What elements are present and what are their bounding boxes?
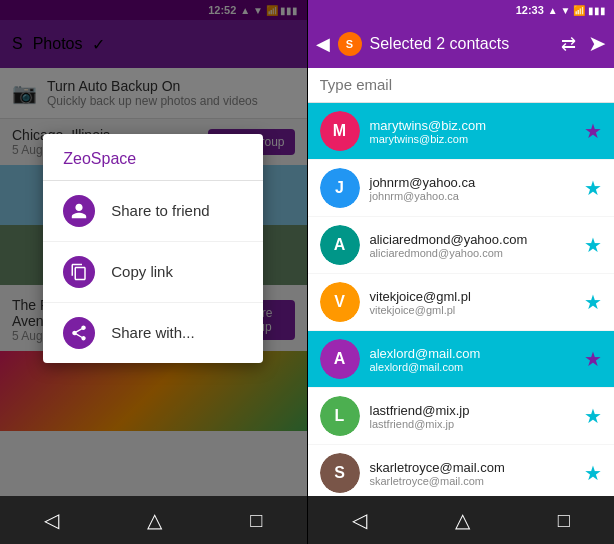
- contact-email-sub: aliciaredmond@yahoo.com: [370, 247, 575, 259]
- avatar-image: A: [320, 339, 360, 379]
- contact-email: johnrm@yahoo.ca: [370, 175, 575, 190]
- avatar-image: S: [320, 453, 360, 493]
- contact-info: vitekjoice@gml.pl vitekjoice@gml.pl: [370, 289, 575, 316]
- contact-row[interactable]: J johnrm@yahoo.ca johnrm@yahoo.ca ★: [308, 160, 615, 216]
- popup-menu: ZeoSpace Share to friend Copy link: [43, 134, 263, 363]
- contact-email: skarletroyce@mail.com: [370, 460, 575, 475]
- contact-row[interactable]: V vitekjoice@gml.pl vitekjoice@gml.pl ★: [308, 274, 615, 330]
- right-status-icons: ▲ ▼ 📶 ▮▮▮: [548, 5, 606, 16]
- right-home-btn[interactable]: △: [455, 508, 470, 532]
- right-time: 12:33: [516, 4, 544, 16]
- send-icon[interactable]: ➤: [588, 31, 606, 57]
- contact-email-sub: lastfriend@mix.jp: [370, 418, 575, 430]
- star-icon[interactable]: ★: [584, 119, 602, 143]
- contact-email-sub: alexlord@mail.com: [370, 361, 575, 373]
- contact-row[interactable]: M marytwins@biz.com marytwins@biz.com ★: [308, 103, 615, 159]
- contact-email: lastfriend@mix.jp: [370, 403, 575, 418]
- right-header-row: ◀ S Selected 2 contacts ⇄ ➤: [308, 20, 615, 68]
- left-recents-btn[interactable]: □: [250, 509, 262, 532]
- shuffle-icon[interactable]: ⇄: [561, 33, 576, 55]
- search-input[interactable]: [320, 76, 603, 93]
- right-selected-text: Selected 2 contacts: [370, 35, 554, 53]
- avatar-image: A: [320, 225, 360, 265]
- avatar: S: [320, 453, 360, 493]
- contact-email: marytwins@biz.com: [370, 118, 575, 133]
- right-header-actions: ⇄ ➤: [561, 31, 606, 57]
- contact-email: aliciaredmond@yahoo.com: [370, 232, 575, 247]
- right-logo: S: [338, 32, 362, 56]
- contact-email-sub: johnrm@yahoo.ca: [370, 190, 575, 202]
- right-header: 12:33 ▲ ▼ 📶 ▮▮▮ ◀ S Selected 2 contacts …: [308, 0, 615, 68]
- contact-row[interactable]: L lastfriend@mix.jp lastfriend@mix.jp ★: [308, 388, 615, 444]
- avatar-image: L: [320, 396, 360, 436]
- star-icon[interactable]: ★: [584, 290, 602, 314]
- avatar-image: M: [320, 111, 360, 151]
- contact-email: vitekjoice@gml.pl: [370, 289, 575, 304]
- share-with-label: Share with...: [111, 324, 194, 341]
- share-friend-icon: [63, 195, 95, 227]
- share-friend-label: Share to friend: [111, 202, 209, 219]
- right-back-icon[interactable]: ◀: [316, 33, 330, 55]
- avatar-image: V: [320, 282, 360, 322]
- contact-info: marytwins@biz.com marytwins@biz.com: [370, 118, 575, 145]
- avatar-image: J: [320, 168, 360, 208]
- right-back-btn[interactable]: ◁: [352, 508, 367, 532]
- avatar: A: [320, 225, 360, 265]
- popup-title: ZeoSpace: [43, 134, 263, 181]
- contact-email-sub: skarletroyce@mail.com: [370, 475, 575, 487]
- copy-link-item[interactable]: Copy link: [43, 242, 263, 303]
- contact-row[interactable]: A alexlord@mail.com alexlord@mail.com ★: [308, 331, 615, 387]
- copy-link-icon: [63, 256, 95, 288]
- contacts-list: M marytwins@biz.com marytwins@biz.com ★ …: [308, 103, 615, 496]
- star-icon[interactable]: ★: [584, 404, 602, 428]
- contact-email-sub: vitekjoice@gml.pl: [370, 304, 575, 316]
- share-with-icon: [63, 317, 95, 349]
- contact-row[interactable]: S skarletroyce@mail.com skarletroyce@mai…: [308, 445, 615, 496]
- avatar: A: [320, 339, 360, 379]
- contact-row[interactable]: A aliciaredmond@yahoo.com aliciaredmond@…: [308, 217, 615, 273]
- star-icon[interactable]: ★: [584, 176, 602, 200]
- left-home-btn[interactable]: △: [147, 508, 162, 532]
- star-icon[interactable]: ★: [584, 347, 602, 371]
- avatar: J: [320, 168, 360, 208]
- avatar: M: [320, 111, 360, 151]
- contact-info: aliciaredmond@yahoo.com aliciaredmond@ya…: [370, 232, 575, 259]
- right-panel: 12:33 ▲ ▼ 📶 ▮▮▮ ◀ S Selected 2 contacts …: [308, 0, 615, 544]
- contact-info: lastfriend@mix.jp lastfriend@mix.jp: [370, 403, 575, 430]
- avatar: V: [320, 282, 360, 322]
- left-bottom-nav: ◁ △ □: [0, 496, 307, 544]
- contact-info: alexlord@mail.com alexlord@mail.com: [370, 346, 575, 373]
- contact-email-sub: marytwins@biz.com: [370, 133, 575, 145]
- right-status-bar: 12:33 ▲ ▼ 📶 ▮▮▮: [308, 0, 615, 20]
- contact-email: alexlord@mail.com: [370, 346, 575, 361]
- left-back-btn[interactable]: ◁: [44, 508, 59, 532]
- share-to-friend-item[interactable]: Share to friend: [43, 181, 263, 242]
- popup-overlay: ZeoSpace Share to friend Copy link: [0, 0, 307, 496]
- left-panel: 12:52 ▲ ▼ 📶 ▮▮▮ S Photos ✓ 📷 Turn Auto B…: [0, 0, 307, 544]
- share-with-item[interactable]: Share with...: [43, 303, 263, 363]
- right-bottom-nav: ◁ △ □: [308, 496, 615, 544]
- contact-info: johnrm@yahoo.ca johnrm@yahoo.ca: [370, 175, 575, 202]
- copy-link-label: Copy link: [111, 263, 173, 280]
- avatar: L: [320, 396, 360, 436]
- star-icon[interactable]: ★: [584, 461, 602, 485]
- search-bar: [308, 68, 615, 103]
- star-icon[interactable]: ★: [584, 233, 602, 257]
- contact-info: skarletroyce@mail.com skarletroyce@mail.…: [370, 460, 575, 487]
- right-recents-btn[interactable]: □: [558, 509, 570, 532]
